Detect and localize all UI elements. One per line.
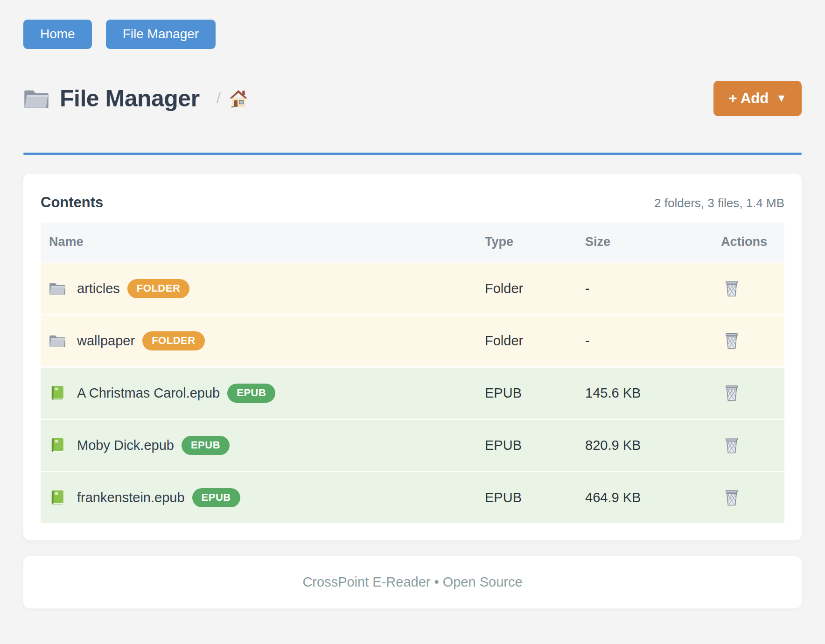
actions-cell [718, 434, 784, 456]
folder-icon [23, 87, 49, 110]
column-header-type: Type [485, 235, 585, 249]
home-breadcrumb-icon[interactable] [228, 89, 249, 108]
file-size: - [585, 281, 718, 296]
table-row[interactable]: A Christmas Carol.epub EPUB EPUB 145.6 K… [41, 366, 784, 419]
home-button[interactable]: Home [23, 20, 92, 49]
folder-icon [49, 333, 66, 349]
table-row[interactable]: wallpaper FOLDER Folder - [41, 314, 784, 366]
file-type-badge: EPUB [192, 488, 240, 507]
contents-header: Contents 2 folders, 3 files, 1.4 MB [41, 194, 784, 211]
file-type-badge: FOLDER [127, 279, 189, 298]
top-nav: Home File Manager [23, 20, 802, 49]
name-cell: articles FOLDER [41, 279, 485, 298]
file-name[interactable]: articles [77, 281, 120, 296]
file-table: Name Type Size Actions articles FOLDER F… [41, 223, 784, 523]
delete-button[interactable] [721, 277, 742, 300]
table-row[interactable]: articles FOLDER Folder - [41, 262, 784, 314]
contents-title: Contents [41, 194, 103, 211]
table-row[interactable]: frankenstein.epub EPUB EPUB 464.9 KB [41, 471, 784, 523]
table-header-row: Name Type Size Actions [41, 223, 784, 262]
file-type: EPUB [485, 438, 585, 453]
actions-cell [718, 277, 784, 300]
actions-cell [718, 382, 784, 404]
folder-icon [49, 280, 66, 296]
delete-button[interactable] [721, 486, 742, 509]
delete-button[interactable] [721, 329, 742, 352]
column-header-size: Size [585, 235, 718, 249]
book-icon [49, 385, 66, 401]
page-header: File Manager / + Add ▼ [23, 81, 802, 116]
footer: CrossPoint E-Reader • Open Source [23, 556, 802, 609]
column-header-actions: Actions [718, 235, 784, 249]
chevron-down-icon: ▼ [776, 93, 787, 104]
name-cell: Moby Dick.epub EPUB [41, 436, 485, 455]
file-type: Folder [485, 281, 585, 296]
trash-icon [723, 436, 741, 455]
header-divider [23, 153, 802, 155]
file-name[interactable]: A Christmas Carol.epub [77, 385, 220, 401]
file-type-badge: FOLDER [142, 331, 204, 350]
trash-icon [723, 331, 741, 350]
name-cell: wallpaper FOLDER [41, 331, 485, 350]
file-name[interactable]: wallpaper [77, 333, 135, 349]
file-size: - [585, 333, 718, 349]
book-icon [49, 437, 66, 453]
book-icon [49, 490, 66, 505]
contents-summary: 2 folders, 3 files, 1.4 MB [654, 196, 784, 210]
trash-icon [723, 384, 741, 402]
file-name[interactable]: frankenstein.epub [77, 490, 185, 505]
file-name[interactable]: Moby Dick.epub [77, 438, 174, 453]
file-type: Folder [485, 333, 585, 349]
file-size: 820.9 KB [585, 438, 718, 453]
file-manager-button[interactable]: File Manager [106, 20, 216, 49]
contents-card: Contents 2 folders, 3 files, 1.4 MB Name… [23, 174, 802, 540]
file-size: 464.9 KB [585, 490, 718, 505]
table-body: articles FOLDER Folder - wallpaper FOLDE… [41, 262, 784, 523]
add-button[interactable]: + Add ▼ [713, 81, 802, 116]
table-row[interactable]: Moby Dick.epub EPUB EPUB 820.9 KB [41, 419, 784, 471]
file-size: 145.6 KB [585, 385, 718, 401]
name-cell: A Christmas Carol.epub EPUB [41, 384, 485, 403]
delete-button[interactable] [721, 382, 742, 404]
trash-icon [723, 279, 741, 298]
column-header-name: Name [41, 235, 485, 249]
file-type-badge: EPUB [227, 384, 275, 403]
delete-button[interactable] [721, 434, 742, 456]
trash-icon [723, 488, 741, 507]
footer-text: CrossPoint E-Reader • Open Source [302, 574, 522, 590]
file-type: EPUB [485, 490, 585, 505]
name-cell: frankenstein.epub EPUB [41, 488, 485, 507]
add-button-label: + Add [728, 90, 769, 107]
file-type-badge: EPUB [182, 436, 230, 455]
page-title: File Manager [60, 85, 200, 112]
actions-cell [718, 329, 784, 352]
file-type: EPUB [485, 385, 585, 401]
actions-cell [718, 486, 784, 509]
breadcrumb-separator: / [217, 90, 221, 107]
